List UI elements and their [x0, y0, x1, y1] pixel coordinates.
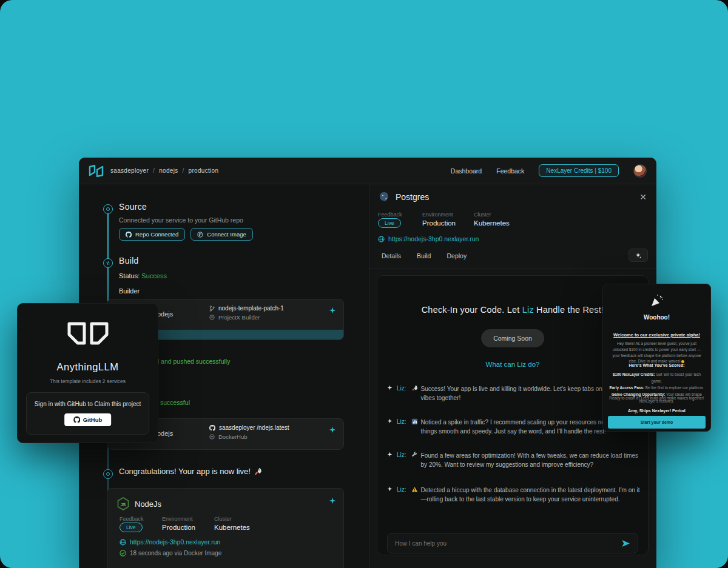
chat-input-bar — [387, 533, 638, 553]
perk-item: $100 NexLayer Credits: Get 'em to boost … — [608, 371, 706, 384]
chart-icon — [411, 418, 418, 425]
message-text: Found a few areas for optimization! With… — [421, 451, 641, 469]
ai-sparkle-button[interactable] — [329, 426, 336, 433]
build-status: Status: Success — [119, 272, 167, 279]
liz-sparkle-icon — [387, 486, 393, 492]
congrats-heading: Congratulations! Your app is now live! — [119, 467, 262, 476]
check-circle-icon — [120, 550, 126, 556]
environment-label: Environment — [422, 212, 453, 218]
warning-icon — [411, 486, 418, 493]
live-status-badge: Live — [120, 523, 143, 532]
live-status-badge: Live — [378, 218, 401, 228]
globe-icon — [378, 236, 385, 242]
container-image-icon — [197, 232, 203, 238]
feedback-label: Feedback — [120, 516, 144, 522]
github-signin-button[interactable]: GitHub — [64, 413, 112, 426]
alpha-cta-button[interactable]: Start your demo — [608, 416, 706, 429]
page-background: saasdeployer / nodejs / production Dashb… — [0, 0, 728, 568]
feedback-label: Feedback — [378, 212, 402, 218]
live-step-icon — [103, 469, 113, 479]
breadcrumb-org[interactable]: saasdeployer — [110, 167, 149, 174]
perk-item: Early Access Pass: Be the first to explo… — [608, 384, 706, 391]
build-title: Build — [119, 256, 139, 266]
coming-soon-button[interactable]: Coming Soon — [481, 329, 544, 347]
liz-sparkle-icon — [387, 418, 393, 424]
template-title: AnythingLLM — [18, 361, 158, 373]
connect-image-button[interactable]: Connect Image — [190, 228, 252, 241]
service-url-link[interactable]: https://nodejs-3hp0.nexlayer.run — [120, 538, 220, 546]
liz-sparkle-icon — [387, 452, 393, 457]
github-icon — [209, 425, 215, 431]
cluster-label: Cluster — [214, 516, 232, 522]
dockerhub-icon — [209, 434, 215, 439]
liz-sparkle-icon — [387, 385, 393, 390]
template-subtitle: This template includes 2 services — [18, 378, 158, 384]
scored-heading: Here's What You've Scored: — [603, 363, 710, 367]
cluster-value: Kubernetes — [214, 524, 250, 531]
git-branch-icon — [209, 306, 215, 312]
ai-sparkle-button[interactable] — [329, 497, 336, 504]
top-navbar: saasdeployer / nodejs / production Dashb… — [79, 158, 656, 184]
postgres-title: Postgres — [396, 192, 429, 202]
send-button[interactable] — [621, 540, 630, 547]
message-sender: Liz: — [397, 418, 406, 425]
chat-input[interactable] — [395, 540, 621, 547]
ai-sparkle-button[interactable] — [329, 307, 336, 314]
postgres-icon — [378, 191, 390, 203]
builder-label: Builder — [119, 287, 140, 295]
nodejs-icon: JS — [117, 497, 129, 510]
environment-value: Production — [422, 219, 456, 227]
tab-details[interactable]: Details — [382, 252, 401, 259]
breadcrumb-env[interactable]: production — [189, 167, 219, 174]
sparkle-icon — [329, 426, 336, 433]
user-avatar[interactable] — [633, 164, 647, 178]
anythingllm-logo — [64, 319, 112, 347]
globe-icon — [120, 539, 126, 546]
close-icon[interactable]: ✕ — [639, 193, 647, 201]
send-icon — [621, 540, 630, 547]
sparkle-icon — [329, 307, 336, 314]
builder-cube-icon — [209, 315, 215, 320]
tab-build[interactable]: Build — [417, 252, 431, 259]
ready-text: Ready to crush it? Let's build and make … — [609, 395, 704, 401]
sync-arrows-icon — [106, 261, 110, 266]
rocket-icon — [254, 467, 262, 475]
alpha-subtitle: Welcome to our exclusive private alpha! — [603, 332, 710, 338]
build-card-details: nodejs-template-patch-1 ProjectX Builder — [209, 305, 284, 321]
nav-feedback-link[interactable]: Feedback — [496, 167, 524, 175]
nav-dashboard-link[interactable]: Dashboard — [451, 167, 482, 175]
ai-assistant-button[interactable] — [629, 249, 648, 262]
github-icon — [126, 232, 132, 238]
breadcrumb-separator: / — [153, 167, 155, 174]
svg-text:JS: JS — [121, 503, 126, 507]
postgres-header: Postgres — [378, 191, 429, 203]
deployment-age-row: 18 seconds ago via Docker Image — [120, 550, 221, 556]
nodejs-card-header: JS NodeJs — [117, 497, 161, 510]
app-window: saasdeployer / nodejs / production Dashb… — [79, 158, 656, 568]
message-sender: Liz: — [397, 385, 406, 392]
tab-deploy[interactable]: Deploy — [447, 252, 467, 259]
party-popper-icon — [649, 293, 665, 309]
alpha-body-text: Hey there! As a pioneer-level guest, you… — [609, 341, 704, 364]
woohoo-title: Woohoo! — [603, 314, 710, 321]
breadcrumb-project[interactable]: nodejs — [159, 167, 178, 174]
builder-row: ProjectX Builder — [209, 314, 284, 321]
source-buttons: Repo Connected Connect Image — [119, 228, 253, 241]
anythingllm-modal: AnythingLLM This template includes 2 ser… — [17, 303, 158, 443]
claim-box: Sign in with GitHub to Claim this projec… — [26, 392, 149, 435]
claim-text: Sign in with GitHub to Claim this projec… — [27, 401, 149, 407]
liz-name: Liz — [522, 305, 534, 315]
image-card-details: saasdeployer /ndejs.latest DockerHub — [209, 424, 289, 440]
nodejs-service-card[interactable]: JS NodeJs Feedback Environment Cluster L… — [107, 488, 344, 568]
source-subtitle: Connected your service to your GitHub re… — [119, 216, 243, 224]
repo-connected-button[interactable]: Repo Connected — [119, 228, 185, 241]
message-sender: Liz: — [397, 486, 406, 493]
rocket-icon — [411, 385, 418, 392]
service-url-link[interactable]: https://nodejs-3hp0.nexlayer.run — [378, 235, 479, 242]
credits-button[interactable]: NexLayer Credits | $100 — [539, 164, 619, 177]
wrench-icon — [411, 452, 418, 458]
environment-value: Production — [162, 524, 195, 531]
repo-row: saasdeployer /ndejs.latest — [209, 424, 289, 431]
divider — [369, 268, 656, 269]
branch-row: nodejs-template-patch-1 — [209, 305, 284, 312]
